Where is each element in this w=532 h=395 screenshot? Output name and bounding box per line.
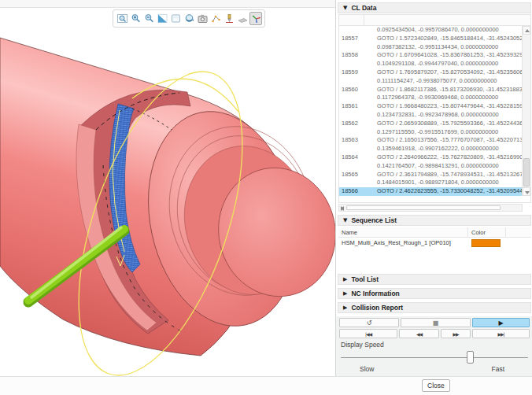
speed-fast-label: Fast bbox=[491, 365, 504, 373]
cl-data-row[interactable]: 0.1049291108, -0.9944797040, 0.000000000… bbox=[339, 60, 522, 68]
cl-line-number bbox=[339, 128, 364, 137]
cl-data-row[interactable]: 0.0925434504, -0.9957086470, 0.000000000… bbox=[339, 26, 522, 35]
section-title: NC Information bbox=[351, 290, 399, 297]
wireframe-view-icon[interactable] bbox=[169, 12, 182, 25]
cl-data-row[interactable]: 0.1172964378, -0.9930969468, 0.000000000… bbox=[339, 94, 522, 102]
cl-data-row[interactable]: 0.1297115550, -0.9915517699, 0.000000000… bbox=[339, 128, 522, 137]
go-to-start-button[interactable]: |◀◀ bbox=[339, 329, 397, 338]
cl-line-number: 18563 bbox=[339, 136, 364, 145]
section-header-nc-information[interactable]: ▶NC Information bbox=[338, 288, 531, 299]
sequence-color-swatch[interactable] bbox=[471, 239, 501, 247]
cl-horizontal-scrollbar[interactable] bbox=[338, 204, 523, 212]
cl-goto-text: 0.0925434504, -0.9957086470, 0.000000000… bbox=[364, 26, 522, 35]
section-header-tool-list[interactable]: ▶Tool List bbox=[338, 274, 531, 285]
reset-button[interactable]: ↺ bbox=[339, 318, 399, 327]
cl-line-number bbox=[339, 145, 364, 153]
column-color[interactable]: Color bbox=[468, 227, 506, 237]
cl-data-row[interactable]: 18557GOTO / 1.5723402849, -15.8465188414… bbox=[339, 35, 522, 43]
close-button[interactable]: Close bbox=[422, 379, 450, 392]
slider-track[interactable] bbox=[341, 357, 528, 358]
cl-data-row[interactable]: 0.0987382132, -0.9951134434, 0.000000000… bbox=[339, 43, 522, 52]
cl-data-row[interactable]: 18563GOTO / 2.1650137556, -15.7776707087… bbox=[339, 136, 522, 145]
scroll-down-button[interactable] bbox=[523, 187, 530, 196]
tool-display-icon[interactable] bbox=[223, 12, 235, 25]
display-speed-slider[interactable] bbox=[341, 351, 528, 364]
cl-line-number bbox=[339, 60, 364, 68]
cl-goto-text: 0.1049291108, -0.9944797040, 0.000000000… bbox=[364, 60, 522, 68]
cl-line-number: 18565 bbox=[339, 171, 364, 179]
cl-vertical-scrollbar[interactable] bbox=[522, 26, 530, 196]
display-speed-label: Display Speed bbox=[341, 341, 384, 349]
cl-data-row[interactable]: 0.1484015901, -0.9889271804, 0.000000000… bbox=[339, 179, 522, 187]
cl-data-row[interactable]: 18562GOTO / 2.0659308889, -15.7925593366… bbox=[339, 120, 522, 128]
cl-line-number: 18564 bbox=[339, 153, 364, 162]
cl-data-row[interactable]: 18560GOTO / 1.8682117386, -15.8173206930… bbox=[339, 86, 522, 94]
section-title: Tool List bbox=[351, 275, 379, 283]
cl-goto-text: 0.1484015901, -0.9889271804, 0.000000000… bbox=[364, 179, 522, 187]
cl-goto-text: 0.1172964378, -0.9930969468, 0.000000000… bbox=[364, 94, 522, 102]
section-title: Collision Report bbox=[351, 304, 403, 312]
zoom-in-icon[interactable] bbox=[129, 12, 142, 25]
cl-scroll-thumb[interactable] bbox=[523, 158, 530, 186]
cl-goto-text: 0.0987382132, -0.9951134434, 0.000000000… bbox=[364, 43, 522, 52]
toolpath-display-icon[interactable] bbox=[209, 12, 222, 25]
cl-data-row[interactable]: 0.1111154247, -0.9938075077, 0.000000000… bbox=[339, 77, 522, 86]
slider-thumb[interactable] bbox=[467, 351, 474, 364]
rotate-view-icon[interactable] bbox=[183, 12, 195, 25]
speed-slow-label: Slow bbox=[360, 365, 374, 373]
sequence-row[interactable]: HSM_Multi_Axis_Rest_Rough_1 [OP010] bbox=[338, 238, 531, 248]
playback-controls: ↺ ■ ▶ |◀◀ ◀◀ ▶▶ ▶▶| Display Speed Slow F… bbox=[336, 316, 532, 376]
cl-data-row[interactable]: 0.1234732831, -0.9923478968, 0.000000000… bbox=[339, 111, 522, 120]
sequence-columns: Name Color bbox=[338, 227, 531, 238]
section-header-collision-report[interactable]: ▶Collision Report bbox=[338, 302, 531, 313]
collapse-right-icon: ▶ bbox=[343, 291, 347, 297]
sequence-list-header[interactable]: ▼ Sequence List bbox=[338, 215, 531, 226]
cl-goto-text: 0.1234732831, -0.9923478968, 0.000000000… bbox=[364, 111, 522, 120]
cl-data-row[interactable]: 18565GOTO / 2.3631794889, -15.7478934531… bbox=[339, 171, 522, 179]
cl-goto-text: 0.1421764507, -0.9898413291, 0.000000000… bbox=[364, 162, 522, 171]
dialog-footer: Close bbox=[0, 376, 532, 395]
cl-data-row[interactable]: 18561GOTO / 1.9668480223, -15.8074479644… bbox=[339, 102, 522, 111]
cl-data-header[interactable]: ▼ CL Data bbox=[338, 2, 531, 13]
cl-line-number: 18562 bbox=[339, 120, 364, 128]
cl-line-number: 18557 bbox=[339, 35, 364, 43]
cl-data-row[interactable]: 0.1421764507, -0.9898413291, 0.000000000… bbox=[339, 162, 522, 171]
cl-goto-text: GOTO / 2.4622623555, -15.7330048252, -31… bbox=[364, 187, 522, 196]
cl-goto-text: 0.1359461918, -0.9907162222, 0.000000000… bbox=[364, 145, 522, 153]
cl-data-row[interactable]: 0.1359461918, -0.9907162222, 0.000000000… bbox=[339, 145, 522, 153]
cl-data-column-headers bbox=[339, 15, 530, 26]
snapshot-icon[interactable] bbox=[196, 12, 209, 25]
stop-button[interactable]: ■ bbox=[401, 318, 471, 327]
blank-display-icon[interactable] bbox=[236, 12, 249, 25]
cl-data-row[interactable]: 18558GOTO / 1.6709641028, -15.8367861253… bbox=[339, 51, 522, 60]
cl-line-number bbox=[339, 43, 364, 52]
play-button[interactable]: ▶ bbox=[472, 318, 530, 327]
fit-view-icon[interactable] bbox=[116, 12, 128, 25]
view-toolbar bbox=[113, 9, 265, 28]
go-to-end-button[interactable]: ▶▶| bbox=[472, 329, 530, 338]
cl-data-row[interactable]: 18564GOTO / 2.2640966222, -15.7627820809… bbox=[339, 153, 522, 162]
column-name[interactable]: Name bbox=[338, 227, 468, 237]
sequence-name: HSM_Multi_Axis_Rest_Rough_1 [OP010] bbox=[338, 239, 468, 246]
3d-viewport[interactable] bbox=[0, 0, 335, 376]
scroll-up-icon bbox=[525, 29, 530, 32]
collapse-down-icon: ▼ bbox=[343, 6, 347, 11]
cl-goto-text: GOTO / 2.2640966222, -15.7627820809, -31… bbox=[364, 153, 522, 162]
part-3d-scene[interactable] bbox=[0, 8, 335, 376]
cl-line-number: 18566 bbox=[339, 187, 364, 196]
step-back-button[interactable]: ◀◀ bbox=[399, 329, 439, 338]
cl-data-row[interactable]: 18559GOTO / 1.7695879207, -15.8270534092… bbox=[339, 68, 522, 77]
cl-data-title: CL Data bbox=[351, 4, 376, 12]
step-forward-button[interactable]: ▶▶ bbox=[441, 329, 471, 338]
scroll-down-icon bbox=[525, 191, 530, 194]
zoom-area-icon[interactable] bbox=[156, 12, 168, 25]
scroll-up-button[interactable] bbox=[523, 26, 530, 35]
cl-line-number: 18560 bbox=[339, 86, 364, 94]
cl-line-number bbox=[339, 111, 364, 120]
zoom-out-icon[interactable] bbox=[142, 12, 155, 25]
cl-data-rows: 0.0925434504, -0.9957086470, 0.000000000… bbox=[339, 26, 522, 196]
sequence-list-title: Sequence List bbox=[351, 216, 397, 224]
csys-orientation-icon[interactable] bbox=[249, 12, 262, 25]
cl-hscroll-thumb[interactable] bbox=[346, 205, 501, 210]
cl-data-row[interactable]: 18566GOTO / 2.4622623555, -15.7330048252… bbox=[339, 187, 522, 196]
